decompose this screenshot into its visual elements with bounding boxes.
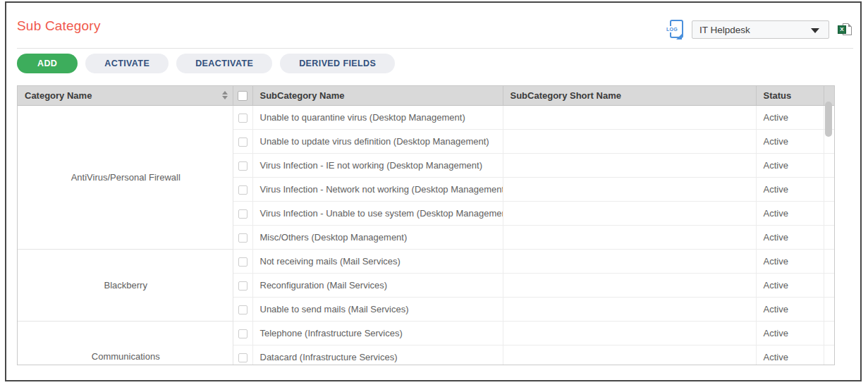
checkbox-cell [233,153,252,177]
excel-x-glyph: X [838,25,846,34]
vertical-scrollbar[interactable] [825,102,832,137]
header-controls: LOG IT Helpdesk X [666,17,852,42]
chevron-down-icon [811,28,819,33]
row-checkbox[interactable] [238,114,247,123]
row-checkbox[interactable] [238,209,247,219]
subcategory-short-name-cell [503,153,756,177]
column-header-category[interactable]: Category Name [18,86,233,105]
subcategory-table: Category Name SubCategory Name SubCatego… [17,85,835,365]
subcategory-short-name-cell [503,105,756,129]
status-cell: Active [756,105,824,129]
activate-button[interactable]: ACTIVATE [85,54,169,73]
subcategory-short-name-cell [503,249,756,273]
scrollbar-spacer-cell [824,153,835,177]
subcategory-short-name-cell [503,297,756,321]
row-checkbox[interactable] [238,257,247,267]
scrollbar-spacer-cell [824,321,835,345]
subcategory-name-cell: Virus Infection - Network not working (D… [252,177,503,201]
checkbox-cell [233,129,252,153]
status-cell: Active [756,225,824,249]
column-header-subcategory: SubCategory Name [252,86,503,105]
subcategory-name-cell: Virus Infection - IE not working (Deskto… [252,153,503,177]
column-header-checkbox [233,86,252,105]
column-header-short-name: SubCategory Short Name [503,86,756,105]
subcategory-name-cell: Misc/Others (Desktop Management) [252,225,503,249]
row-checkbox[interactable] [238,185,247,195]
checkbox-cell [233,345,252,365]
sort-icon[interactable] [222,91,228,99]
subcategory-short-name-cell [503,345,756,365]
app-window: Sub Category LOG IT Helpdesk X ADD ACTIV… [5,1,862,381]
subcategory-name-cell: Reconfiguration (Mail Services) [252,273,503,297]
checkbox-cell [233,105,252,129]
subcategory-name-cell: Virus Infection - Unable to use system (… [252,201,503,225]
row-checkbox[interactable] [238,281,247,291]
category-cell: Communications [18,321,233,365]
row-checkbox[interactable] [238,353,247,362]
scrollbar-spacer-cell [824,225,835,249]
scrollbar-spacer-cell [824,273,835,297]
subcategory-short-name-cell [503,273,756,297]
subcategory-name-cell: Datacard (Infrastructure Services) [252,345,503,365]
category-cell: AntiVirus/Personal Firewall [18,105,233,249]
checkbox-cell [233,249,252,273]
column-header-category-label: Category Name [25,90,92,101]
row-checkbox[interactable] [238,161,247,171]
checkbox-cell [233,201,252,225]
scrollbar-spacer-cell [824,249,835,273]
row-checkbox[interactable] [238,329,247,338]
column-header-status: Status [756,86,824,105]
page-title: Sub Category [17,18,101,34]
log-icon-label: LOG [666,26,678,32]
status-cell: Active [756,249,824,273]
template-dropdown-value: IT Helpdesk [699,25,750,35]
table-header-row: Category Name SubCategory Name SubCatego… [18,86,835,105]
scrollbar-spacer-cell [824,345,835,365]
log-document-icon[interactable]: LOG [666,20,683,40]
checkbox-cell [233,321,252,345]
table-row: BlackberryNot receiving mails (Mail Serv… [18,249,835,273]
status-cell: Active [756,129,824,153]
status-cell: Active [756,273,824,297]
subcategory-name-cell: Telephone (Infrastructure Services) [252,321,503,345]
subcategory-short-name-cell [503,321,756,345]
category-cell: Blackberry [18,249,233,321]
status-cell: Active [756,345,824,365]
scrollbar-spacer-cell [824,177,835,201]
subcategory-short-name-cell [503,201,756,225]
add-button[interactable]: ADD [17,54,78,73]
scrollbar-spacer-cell [824,297,835,321]
subcategory-short-name-cell [503,129,756,153]
status-cell: Active [756,153,824,177]
status-cell: Active [756,297,824,321]
subcategory-name-cell: Unable to quarantine virus (Desktop Mana… [252,105,503,129]
checkbox-cell [233,177,252,201]
table-row: AntiVirus/Personal FirewallUnable to qua… [18,105,835,129]
template-dropdown[interactable]: IT Helpdesk [692,20,829,39]
derived-fields-button[interactable]: DERIVED FIELDS [280,54,395,73]
select-all-checkbox[interactable] [238,91,247,101]
table-row: CommunicationsTelephone (Infrastructure … [18,321,835,345]
subcategory-short-name-cell [503,225,756,249]
row-checkbox[interactable] [238,305,247,314]
checkbox-cell [233,297,252,321]
scrollbar-spacer-cell [824,201,835,225]
deactivate-button[interactable]: DEACTIVATE [176,54,272,73]
excel-fold-shape [848,23,852,27]
row-checkbox[interactable] [238,233,247,243]
excel-export-icon[interactable]: X [838,23,852,37]
log-fold-shape [676,34,682,39]
status-cell: Active [756,201,824,225]
toolbar: ADD ACTIVATE DEACTIVATE DERIVED FIELDS [17,54,403,73]
subcategory-name-cell: Not receiving mails (Mail Services) [252,249,503,273]
row-checkbox[interactable] [238,138,247,147]
subcategory-short-name-cell [503,177,756,201]
header-divider [17,48,853,49]
subcategory-name-cell: Unable to send mails (Mail Services) [252,297,503,321]
checkbox-cell [233,273,252,297]
subcategory-name-cell: Unable to update virus definition (Deskt… [252,129,503,153]
status-cell: Active [756,177,824,201]
status-cell: Active [756,321,824,345]
checkbox-cell [233,225,252,249]
